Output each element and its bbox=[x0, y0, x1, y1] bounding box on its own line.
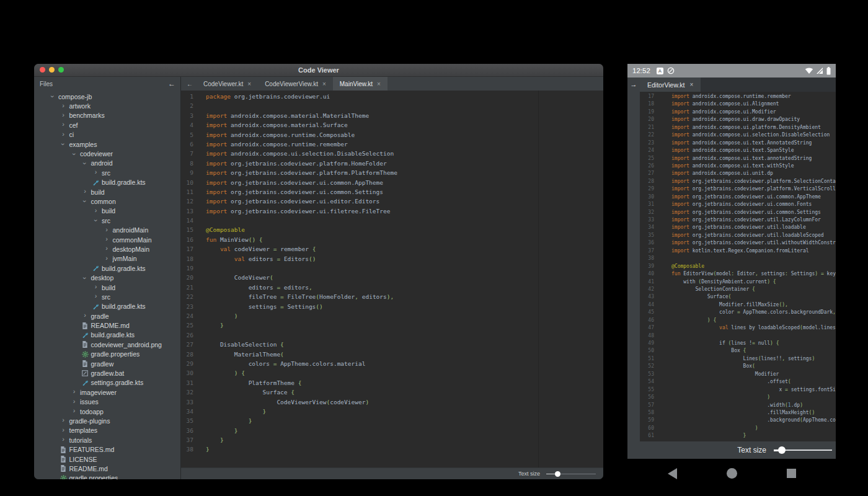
tree-item[interactable]: LICENSE bbox=[34, 454, 180, 464]
line-number: 45 bbox=[640, 309, 654, 316]
line-number: 52 bbox=[640, 363, 654, 370]
chevron-right-icon[interactable]: › bbox=[62, 427, 64, 433]
chevron-down-icon[interactable]: › bbox=[49, 95, 56, 98]
code-line: 38 bbox=[640, 255, 836, 262]
close-tab-icon[interactable]: × bbox=[377, 81, 381, 87]
recents-button[interactable] bbox=[787, 469, 796, 478]
slider-thumb[interactable] bbox=[778, 446, 786, 454]
tree-item[interactable]: build.gradle.kts bbox=[34, 264, 180, 273]
tree-item[interactable]: build.gradle.kts bbox=[34, 302, 180, 311]
tree-item[interactable]: ›gradle-plugins bbox=[34, 416, 180, 425]
tree-item[interactable]: ›artwork bbox=[34, 101, 180, 110]
tree-item[interactable]: ›codeviewer bbox=[34, 149, 180, 158]
tree-item[interactable]: ›build bbox=[34, 283, 180, 292]
tree-item[interactable]: ›androidMain bbox=[34, 225, 180, 234]
close-tab-icon[interactable]: × bbox=[690, 81, 694, 88]
tree-item[interactable]: gradle.properties bbox=[34, 350, 180, 359]
chevron-right-icon[interactable]: › bbox=[95, 283, 97, 290]
tree-item[interactable]: ›build bbox=[34, 187, 180, 197]
line-number: 50 bbox=[640, 347, 654, 355]
chevron-down-icon[interactable]: › bbox=[60, 143, 66, 146]
tree-item[interactable]: gradlew.bat bbox=[34, 368, 180, 378]
tree-item[interactable]: ›build bbox=[34, 206, 180, 216]
chevron-right-icon[interactable]: › bbox=[84, 188, 86, 195]
tree-item[interactable]: FEATURES.md bbox=[34, 445, 180, 454]
tree-item[interactable]: README.md bbox=[34, 321, 180, 330]
tree-item[interactable]: gradle.properties bbox=[34, 474, 180, 479]
close-window-icon[interactable] bbox=[40, 67, 45, 73]
tree-item[interactable]: gradlew bbox=[34, 359, 180, 368]
chevron-right-icon[interactable]: › bbox=[105, 226, 108, 233]
tree-item[interactable]: build.gradle.kts bbox=[34, 330, 180, 340]
tree-item[interactable]: ›issues bbox=[34, 397, 180, 407]
text-size-slider[interactable] bbox=[774, 446, 832, 454]
tree-item-label: gradlew.bat bbox=[91, 370, 125, 377]
close-tab-icon[interactable]: × bbox=[322, 81, 326, 87]
tabs-back-icon[interactable]: ← bbox=[181, 77, 197, 91]
window-titlebar[interactable]: Code Viewer bbox=[34, 64, 603, 77]
tab-codeviewerview-kt[interactable]: CodeViewerView.kt× bbox=[258, 77, 333, 91]
tab-editorview[interactable]: EditorView.kt × bbox=[640, 78, 701, 92]
collapse-panel-icon[interactable]: ← bbox=[168, 79, 175, 88]
tree-item[interactable]: ›src bbox=[34, 216, 180, 225]
tab-codeviewer-kt[interactable]: CodeViewer.kt× bbox=[197, 77, 258, 91]
chevron-down-icon[interactable]: › bbox=[92, 219, 99, 222]
zoom-window-icon[interactable] bbox=[58, 67, 64, 73]
tree-item[interactable]: codeviewer_android.png bbox=[34, 340, 180, 349]
chevron-right-icon[interactable]: › bbox=[95, 207, 97, 214]
chevron-right-icon[interactable]: › bbox=[62, 436, 64, 443]
tree-item[interactable]: ›compose-jb bbox=[34, 92, 180, 101]
back-button[interactable] bbox=[668, 468, 677, 479]
tree-item[interactable]: ›examples bbox=[34, 140, 180, 149]
tree-item[interactable]: build.gradle.kts bbox=[34, 178, 180, 187]
chevron-right-icon[interactable]: › bbox=[62, 131, 64, 138]
chevron-right-icon[interactable]: › bbox=[84, 312, 86, 319]
chevron-right-icon[interactable]: › bbox=[105, 255, 108, 262]
tree-item[interactable]: ›common bbox=[34, 197, 180, 206]
tree-item[interactable]: settings.gradle.kts bbox=[34, 378, 180, 388]
minimize-window-icon[interactable] bbox=[49, 67, 55, 73]
line-number: 38 bbox=[640, 255, 654, 262]
chevron-down-icon[interactable]: › bbox=[81, 162, 88, 165]
chevron-right-icon[interactable]: › bbox=[62, 121, 64, 128]
close-tab-icon[interactable]: × bbox=[247, 81, 251, 87]
chevron-right-icon[interactable]: › bbox=[62, 112, 64, 118]
tree-item[interactable]: README.md bbox=[34, 464, 180, 473]
tree-item[interactable]: ›cef bbox=[34, 120, 180, 130]
slider-thumb[interactable] bbox=[555, 471, 560, 477]
tree-item[interactable]: ›src bbox=[34, 168, 180, 177]
chevron-right-icon[interactable]: › bbox=[73, 388, 76, 395]
tree-item[interactable]: ›templates bbox=[34, 426, 180, 435]
tree-item[interactable]: ›benchmarks bbox=[34, 111, 180, 120]
chevron-right-icon[interactable]: › bbox=[95, 293, 97, 299]
chevron-down-icon[interactable]: › bbox=[81, 277, 88, 279]
tree-item[interactable]: ›commonMain bbox=[34, 235, 180, 244]
tree-item[interactable]: ›android bbox=[34, 159, 180, 168]
chevron-right-icon[interactable]: › bbox=[105, 245, 108, 252]
chevron-right-icon[interactable]: › bbox=[95, 169, 97, 175]
tree-item[interactable]: ›imageviewer bbox=[34, 388, 180, 397]
chevron-right-icon[interactable]: › bbox=[73, 398, 76, 405]
tree-item[interactable]: ›desktop bbox=[34, 273, 180, 282]
line-number: 35 bbox=[640, 232, 654, 239]
tree-item[interactable]: ›desktopMain bbox=[34, 244, 180, 254]
tree-item[interactable]: ›tutorials bbox=[34, 435, 180, 445]
chevron-down-icon[interactable]: › bbox=[71, 153, 78, 155]
code-line: 60 ) bbox=[640, 425, 836, 432]
home-button[interactable] bbox=[727, 468, 737, 479]
chevron-right-icon[interactable]: › bbox=[105, 236, 108, 242]
code-editor[interactable]: 1package org.jetbrains.codeviewer.ui23im… bbox=[181, 91, 603, 467]
tree-item[interactable]: ›ci bbox=[34, 130, 180, 140]
tree-item[interactable]: ›todoapp bbox=[34, 407, 180, 416]
tree-item[interactable]: ›jvmMain bbox=[34, 254, 180, 264]
chevron-right-icon[interactable]: › bbox=[62, 102, 64, 109]
text-size-slider[interactable] bbox=[546, 471, 596, 477]
expand-panel-icon[interactable]: → bbox=[631, 78, 637, 459]
tab-mainview-kt[interactable]: MainView.kt× bbox=[333, 77, 388, 91]
chevron-right-icon[interactable]: › bbox=[73, 407, 76, 414]
phone-code-editor[interactable]: 17import androidx.compose.runtime.rememb… bbox=[640, 92, 836, 441]
tree-item[interactable]: ›src bbox=[34, 292, 180, 301]
tree-item[interactable]: ›gradle bbox=[34, 311, 180, 321]
chevron-right-icon[interactable]: › bbox=[62, 417, 64, 423]
chevron-down-icon[interactable]: › bbox=[81, 200, 88, 203]
